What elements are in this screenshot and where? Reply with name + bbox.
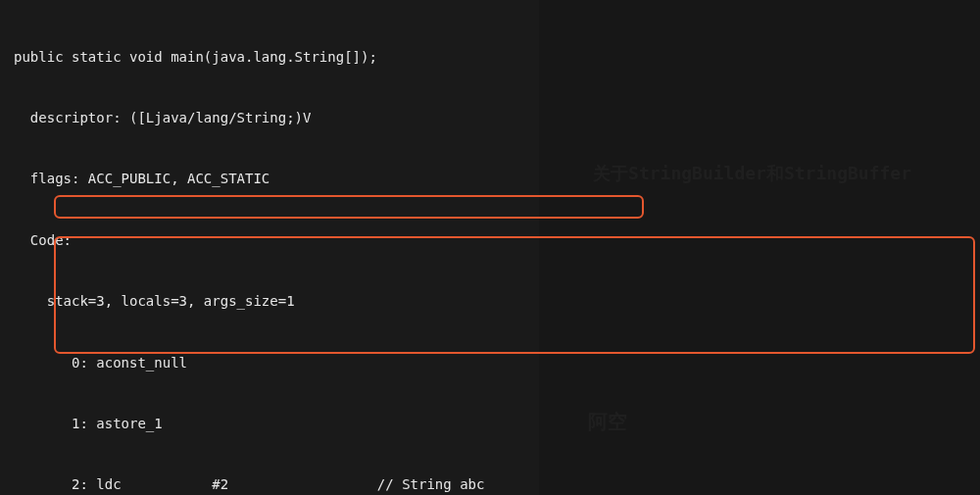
code-view: public static void main(java.lang.String…: [0, 0, 980, 495]
code-line: 1: astore_1: [14, 414, 980, 434]
code-line: descriptor: ([Ljava/lang/String;)V: [14, 108, 980, 128]
code-line: 2: ldc #2 // String abc: [14, 474, 980, 495]
code-line: stack=3, locals=3, args_size=1: [14, 291, 980, 312]
code-line: public static void main(java.lang.String…: [14, 47, 980, 68]
code-line: flags: ACC_PUBLIC, ACC_STATIC: [14, 169, 980, 189]
code-line: 0: aconst_null: [14, 353, 980, 373]
code-line: Code:: [14, 230, 980, 251]
